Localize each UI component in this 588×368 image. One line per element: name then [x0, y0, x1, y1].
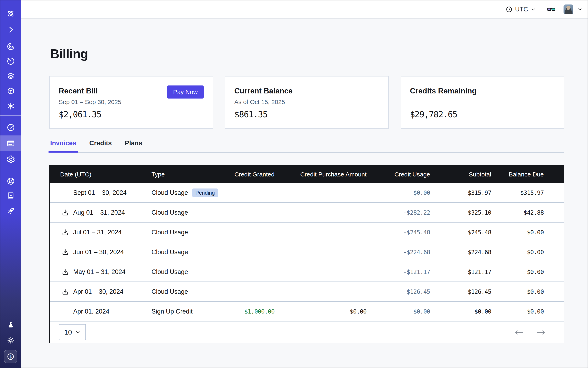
helm-wheel-icon [6, 177, 15, 186]
credit-usage-value: -$224.68 [367, 249, 430, 256]
credit-purchase-amount-value: $0.00 [274, 308, 366, 315]
svg-text:$: $ [9, 355, 12, 359]
gauge-icon [6, 123, 15, 132]
sidebar-item-namespaces[interactable] [0, 38, 21, 55]
column-header: Type [152, 171, 223, 178]
column-header: Credit Purchase Amount [274, 171, 366, 178]
sidebar-expand-button[interactable] [0, 22, 21, 38]
balance-due-value: $0.00 [491, 249, 564, 256]
timezone-label: UTC [515, 6, 528, 13]
balance-due-value: $42.88 [491, 209, 564, 216]
invoice-date: Sept 01 – 30, 2024 [73, 189, 127, 196]
pay-now-button[interactable]: Pay Now [167, 85, 204, 99]
credits-remaining-amount: $29,782.65 [410, 110, 457, 119]
clock-icon [506, 6, 513, 13]
balance-due-value: $315.97 [491, 189, 564, 196]
credit-usage-value: -$282.22 [367, 209, 430, 216]
invoice-date: Aug 01 – 31, 2024 [73, 209, 125, 216]
sidebar-item-settings[interactable] [0, 151, 21, 167]
recent-bill-amount: $2,061.35 [59, 110, 101, 119]
invoice-type: Cloud Usage [152, 209, 188, 216]
prev-page-button[interactable]: ← [515, 327, 524, 337]
glasses-icon [547, 5, 556, 14]
download-invoice-icon[interactable] [61, 229, 73, 236]
tab-plans[interactable]: Plans [125, 139, 142, 152]
sidebar-divider [0, 167, 21, 167]
recent-bill-card: Recent Bill Sep 01 – Sep 30, 2025 $2,061… [49, 76, 213, 129]
invoice-date-cell: Jul 01 – 31, 2024 [50, 229, 152, 236]
sidebar-item-nexus[interactable] [0, 98, 21, 114]
sidebar-item-home[interactable] [0, 6, 21, 22]
card-title: Credits Remaining [410, 87, 555, 95]
invoice-row: May 01 – 31, 2024Cloud Usage-$121.17$121… [50, 262, 564, 282]
column-header: Credit Granted [222, 171, 274, 178]
next-page-button[interactable]: → [536, 327, 545, 337]
chevron-right-icon [6, 25, 15, 34]
invoice-type: Cloud Usage [152, 248, 188, 256]
balance-due-value: $0.00 [491, 308, 564, 315]
tab-invoices[interactable]: Invoices [50, 139, 76, 152]
card-subtitle: As of Oct 15, 2025 [234, 99, 379, 106]
invoice-date-cell: Apr 01 – 30, 2024 [50, 288, 152, 295]
user-avatar[interactable] [563, 4, 573, 14]
invoice-type-cell: Sign Up Credit [152, 308, 223, 315]
invoice-type: Cloud Usage [152, 229, 188, 236]
invoice-date-cell: Apr 01, 2024 [50, 308, 152, 315]
sidebar-theme-toggle[interactable] [0, 332, 21, 348]
sidebar-item-billing[interactable] [0, 136, 21, 151]
credits-remaining-card: Credits Remaining $29,782.65 [401, 76, 564, 129]
invoice-date: Apr 01, 2024 [73, 308, 109, 315]
download-invoice-icon[interactable] [61, 209, 73, 216]
subtotal-value: $245.48 [430, 229, 491, 236]
sidebar-item-workflows[interactable] [0, 83, 21, 99]
subtotal-value: $315.97 [430, 189, 491, 196]
tab-credits[interactable]: Credits [89, 139, 112, 152]
billing-tabs: Invoices Credits Plans [49, 139, 564, 153]
column-header: Date (UTC) [50, 171, 152, 178]
column-header: Subtotal [430, 171, 491, 178]
download-invoice-icon[interactable] [61, 248, 73, 256]
invoice-row: Sept 01 – 30, 2024Cloud UsagePending$0.0… [50, 183, 564, 203]
rocket-icon [6, 206, 15, 215]
invoice-date-cell: Jun 01 – 30, 2024 [50, 248, 152, 256]
download-invoice-icon[interactable] [61, 268, 73, 276]
balance-due-value: $0.00 [491, 288, 564, 295]
invoice-type: Cloud Usage [152, 268, 188, 276]
page-content: Billing Recent Bill Sep 01 – Sep 30, 202… [21, 19, 588, 343]
sidebar-item-cluster[interactable] [0, 173, 21, 189]
invoice-type-cell: Cloud Usage [152, 288, 223, 295]
page-size-select[interactable]: 10 [59, 324, 86, 340]
sidebar-item-usage[interactable] [0, 120, 21, 136]
table-body: Sept 01 – 30, 2024Cloud UsagePending$0.0… [50, 183, 564, 322]
spiral-eye-icon [6, 42, 15, 51]
invoice-row: Aug 01 – 31, 2024Cloud Usage-$282.22$325… [50, 203, 564, 222]
feedback-button[interactable] [547, 5, 556, 14]
summary-cards: Recent Bill Sep 01 – Sep 30, 2025 $2,061… [49, 76, 564, 129]
dollar-badge-icon: $ [6, 352, 15, 361]
table-header-row: Date (UTC)TypeCredit GrantedCredit Purch… [50, 166, 564, 183]
invoice-type: Cloud Usage [152, 189, 188, 196]
cube-icon [6, 86, 15, 95]
card-subtitle: Sep 01 – Sep 30, 2025 [59, 99, 204, 106]
subtotal-value: $0.00 [430, 308, 491, 315]
credit-usage-value: -$126.45 [367, 288, 430, 295]
account-menu-button[interactable] [577, 7, 583, 12]
invoice-row: Jun 01 – 30, 2024Cloud Usage-$224.68$224… [50, 242, 564, 262]
sidebar-item-docs[interactable] [0, 188, 21, 204]
sidebar-item-schedules[interactable] [0, 53, 21, 69]
invoice-date: Jul 01 – 31, 2024 [73, 229, 122, 236]
invoice-type-cell: Cloud UsagePending [152, 188, 223, 197]
invoice-type-cell: Cloud Usage [152, 248, 223, 256]
main-area: UTC Billing [21, 0, 588, 368]
invoice-date: May 01 – 31, 2024 [73, 268, 126, 276]
sidebar-credits-button[interactable]: $ [4, 350, 17, 363]
timezone-selector[interactable]: UTC [506, 6, 536, 13]
chevron-down-icon [531, 7, 536, 12]
sidebar-item-getting-started[interactable] [0, 203, 21, 219]
invoice-type: Sign Up Credit [152, 308, 193, 315]
sidebar-item-deployments[interactable] [0, 68, 21, 84]
download-invoice-icon[interactable] [61, 288, 73, 295]
gear-icon [6, 155, 15, 164]
balance-due-value: $0.00 [491, 268, 564, 275]
sidebar-item-labs[interactable] [0, 317, 21, 333]
